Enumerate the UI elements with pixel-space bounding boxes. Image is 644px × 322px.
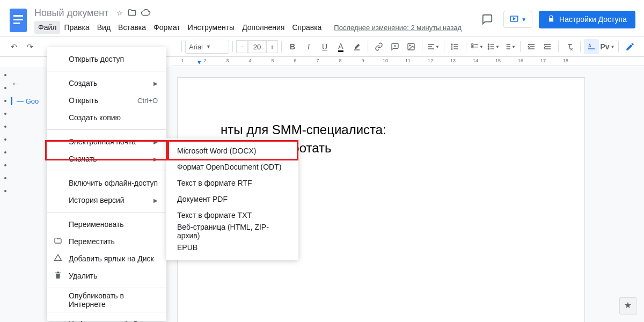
outline-heading-item[interactable]: — Goo — [11, 97, 48, 105]
outline-item-label: Goo — [26, 97, 39, 105]
header-right: ▼ Настройки Доступа — [478, 5, 635, 29]
present-button[interactable]: ▼ — [503, 11, 532, 28]
file-menu-move[interactable]: Переместить — [47, 233, 166, 250]
lock-icon — [547, 15, 555, 24]
input-tools-button[interactable] — [584, 39, 599, 54]
text-color-button[interactable]: A — [333, 39, 348, 54]
toolbar-separator — [232, 41, 233, 52]
format-options-button[interactable]: Pv▼ — [600, 39, 615, 54]
format-label: Pv — [600, 42, 609, 51]
download-rtf[interactable]: Текст в формате RTF — [166, 175, 298, 191]
download-html[interactable]: Веб-страница (HTML, ZIP-архив) — [166, 223, 298, 239]
font-family-value: Arial — [189, 43, 203, 51]
ruler-number: 13 — [450, 58, 456, 63]
side-marker — [4, 138, 6, 141]
menu-insert[interactable]: Вставка — [114, 21, 150, 34]
share-button[interactable]: Настройки Доступа — [539, 11, 635, 28]
trash-icon — [54, 271, 62, 281]
mi-label: Открыть — [69, 96, 98, 105]
ruler-number: 5 — [271, 58, 274, 63]
docs-logo-icon[interactable] — [9, 8, 28, 33]
bullet-list-button[interactable]: ▼ — [486, 39, 501, 54]
menu-help[interactable]: Справка — [288, 21, 325, 34]
download-odt[interactable]: Формат OpenDocument (ODT) — [166, 159, 298, 175]
si-label: Формат OpenDocument (ODT) — [177, 163, 281, 171]
download-txt[interactable]: Текст в формате TXT — [166, 207, 298, 223]
cloud-status-icon[interactable] — [141, 8, 151, 18]
menu-edit[interactable]: Правка — [60, 21, 93, 34]
download-epub[interactable]: EPUB — [166, 239, 298, 255]
si-label: Веб-страница (HTML, ZIP-архив) — [177, 223, 288, 240]
ruler-number: 16 — [518, 58, 523, 63]
numbered-list-button[interactable]: ▼ — [502, 39, 517, 54]
menu-view[interactable]: Вид — [93, 21, 114, 34]
menu-addons[interactable]: Дополнения — [238, 21, 288, 34]
italic-button[interactable]: I — [301, 39, 316, 54]
editing-mode-button[interactable] — [623, 39, 638, 54]
ruler-number: 8 — [339, 58, 341, 63]
file-menu-share[interactable]: Открыть доступ — [47, 50, 166, 68]
ruler[interactable]: ▾ 123456789101112131415161718 — [172, 57, 644, 65]
comments-icon[interactable] — [478, 10, 497, 29]
move-folder-icon[interactable] — [127, 8, 137, 18]
menu-format[interactable]: Формат — [150, 21, 184, 34]
file-menu-make-copy[interactable]: Создать копию — [47, 109, 166, 126]
toolbar-separator — [422, 41, 422, 52]
file-menu-open[interactable]: ОткрытьCtrl+O — [47, 92, 166, 109]
file-menu-offline[interactable]: Включить офлайн-доступ — [47, 174, 166, 192]
line-spacing-button[interactable] — [448, 39, 463, 54]
last-edit-link[interactable]: Последнее изменение: 2 минуты назад — [334, 24, 462, 32]
menu-file[interactable]: Файл — [34, 21, 60, 34]
mi-label: Переместить — [69, 237, 115, 246]
mi-label: Информация о файле — [69, 320, 146, 322]
undo-button[interactable]: ↶ — [6, 39, 21, 54]
mi-label: Скачать — [69, 155, 97, 163]
toolbar-separator — [466, 41, 466, 52]
star-icon[interactable]: ☆ — [116, 9, 123, 17]
bold-button[interactable]: B — [285, 39, 300, 54]
side-marker — [4, 151, 6, 153]
font-size-increase[interactable]: + — [266, 40, 278, 53]
indent-decrease-button[interactable] — [524, 39, 539, 54]
toolbar-separator — [444, 41, 444, 52]
svg-point-9 — [488, 44, 489, 45]
checklist-button[interactable]: ▼ — [470, 39, 485, 54]
download-pdf[interactable]: Документ PDF — [166, 191, 298, 207]
download-docx[interactable]: Microsoft Word (DOCX) — [166, 143, 298, 159]
document-title[interactable]: Новый документ — [34, 8, 109, 19]
file-menu-add-shortcut[interactable]: Добавить ярлык на Диск — [47, 250, 166, 267]
file-menu-version-history[interactable]: История версий▶ — [47, 192, 166, 209]
font-family-select[interactable]: Arial ▼ — [185, 40, 229, 54]
menu-tools[interactable]: Инструменты — [184, 21, 238, 34]
align-button[interactable]: ▼ — [426, 39, 441, 54]
outline-collapse-icon[interactable]: ← — [11, 77, 48, 90]
font-size-value[interactable]: 20 — [248, 40, 266, 53]
si-label: Документ PDF — [177, 195, 228, 203]
font-size-decrease[interactable]: − — [236, 40, 248, 53]
file-menu-publish[interactable]: Опубликовать в Интернете — [47, 291, 166, 309]
mi-label: Переименовать — [69, 220, 124, 229]
svg-point-11 — [488, 48, 489, 49]
underline-button[interactable]: U — [317, 39, 332, 54]
file-menu-email[interactable]: Электронная почта▶ — [47, 133, 166, 150]
svg-point-6 — [409, 45, 411, 46]
file-menu-delete[interactable]: Удалить — [47, 267, 166, 284]
insert-comment-button[interactable] — [387, 39, 402, 54]
file-menu-download[interactable]: Скачать▶ — [47, 150, 166, 167]
submenu-arrow-icon: ▶ — [153, 197, 158, 203]
highlight-button[interactable] — [349, 39, 364, 54]
redo-button[interactable]: ↷ — [23, 39, 38, 54]
file-menu-rename[interactable]: Переименовать — [47, 216, 166, 233]
file-menu-info[interactable]: Информация о файле▶ — [47, 316, 166, 322]
side-marker — [4, 74, 6, 76]
insert-image-button[interactable] — [404, 39, 419, 54]
file-menu-new[interactable]: Создать▶ — [47, 75, 166, 92]
explore-button[interactable] — [619, 297, 636, 314]
indent-increase-button[interactable] — [540, 39, 555, 54]
mi-label: История версий — [69, 196, 125, 204]
indent-marker-icon[interactable]: ▾ — [197, 58, 201, 65]
mi-label: Опубликовать в Интернете — [69, 291, 158, 309]
clear-formatting-button[interactable]: T✕ — [562, 39, 577, 54]
app-header: Новый документ ☆ Файл Правка Вид Вставка… — [0, 0, 644, 34]
insert-link-button[interactable] — [371, 39, 386, 54]
